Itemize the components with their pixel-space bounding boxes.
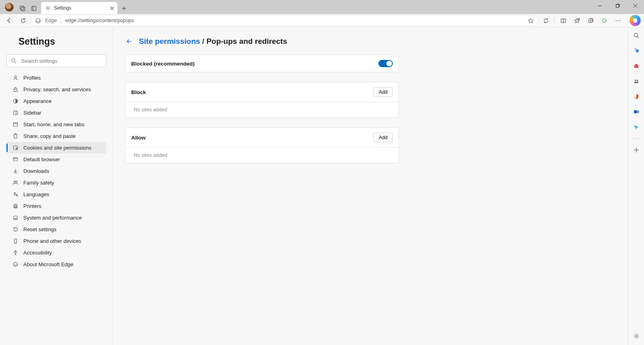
settings-search-input[interactable] — [21, 58, 102, 64]
sidebar-add-icon[interactable] — [631, 144, 642, 156]
svg-point-62 — [636, 80, 638, 81]
svg-rect-50 — [13, 216, 17, 219]
collections-icon[interactable] — [584, 15, 597, 26]
gear-icon — [45, 5, 51, 11]
edge-logo-icon — [35, 18, 41, 24]
sidebar-games-icon[interactable] — [631, 76, 642, 87]
browser-icon — [12, 156, 19, 163]
close-window-button[interactable] — [626, 0, 644, 12]
blocked-toggle[interactable] — [378, 60, 393, 67]
toolbar: Edge edge://settings/content/popups — [0, 14, 644, 27]
browser-essentials-icon[interactable] — [598, 15, 610, 26]
nav-start[interactable]: Start, home, and new tabs — [6, 119, 106, 130]
nav-share[interactable]: Share, copy and paste — [6, 130, 106, 142]
separator — [61, 17, 61, 24]
sidebar-outlook-icon[interactable] — [631, 106, 642, 117]
svg-rect-65 — [637, 111, 639, 113]
svg-rect-48 — [14, 204, 17, 205]
nav-label: Cookies and site permissions — [23, 145, 91, 151]
svg-line-28 — [15, 62, 16, 63]
svg-rect-64 — [634, 110, 637, 113]
nav-cookies[interactable]: Cookies and site permissions — [6, 142, 106, 154]
address-bar[interactable]: Edge edge://settings/content/popups — [31, 15, 538, 26]
favorites-icon[interactable] — [571, 15, 583, 26]
svg-point-46 — [15, 181, 17, 183]
svg-point-54 — [15, 251, 16, 252]
breadcrumb-parent-link[interactable]: Site permissions — [139, 37, 200, 45]
nav-label: Profiles — [23, 75, 41, 81]
more-menu-icon[interactable] — [612, 15, 624, 26]
nav-label: Privacy, search, and services — [23, 86, 91, 92]
nav-default-browser[interactable]: Default browser — [6, 154, 106, 165]
maximize-button[interactable] — [609, 0, 626, 12]
block-add-button[interactable]: Add — [374, 87, 393, 97]
nav-label: Start, home, and new tabs — [23, 121, 85, 127]
block-list-card: Block Add No sites added — [125, 82, 399, 118]
settings-search[interactable] — [6, 54, 106, 67]
browser-tab[interactable]: Settings — [41, 2, 118, 14]
nav-about[interactable]: About Microsoft Edge — [6, 259, 106, 270]
nav-downloads[interactable]: Downloads — [6, 165, 106, 177]
copilot-button[interactable] — [630, 15, 641, 26]
new-tab-button[interactable] — [118, 3, 130, 14]
svg-point-27 — [12, 59, 15, 62]
profile-avatar[interactable] — [5, 3, 14, 12]
sidebar-shopping-icon[interactable] — [631, 45, 642, 56]
nav-appearance[interactable]: Appearance — [6, 95, 106, 107]
svg-rect-63 — [634, 82, 638, 83]
settings-heading: Settings — [19, 36, 106, 47]
lock-icon — [12, 86, 19, 93]
sidebar-icon — [12, 110, 19, 116]
back-button[interactable] — [3, 15, 15, 26]
sidebar-office-icon[interactable] — [631, 91, 642, 102]
breadcrumb-row: Site permissions / Pop-ups and redirects — [125, 37, 644, 46]
minimize-button[interactable] — [591, 0, 609, 12]
workspaces-icon[interactable] — [17, 3, 28, 14]
svg-point-26 — [619, 20, 620, 21]
block-empty-text: No sites added — [126, 102, 398, 117]
svg-rect-10 — [616, 5, 619, 8]
nav-phone[interactable]: Phone and other devices — [6, 235, 106, 247]
allow-list-card: Allow Add No sites added — [125, 127, 399, 163]
breadcrumb-back-icon[interactable] — [125, 37, 133, 45]
family-icon — [12, 180, 19, 186]
sidebar-settings-icon[interactable] — [631, 331, 642, 342]
nav-languages[interactable]: Languages — [6, 189, 106, 200]
nav-sidebar[interactable]: Sidebar — [6, 107, 106, 119]
nav-privacy[interactable]: Privacy, search, and services — [6, 84, 106, 95]
nav-accessibility[interactable]: Accessibility — [6, 247, 106, 259]
split-screen-icon[interactable] — [557, 15, 569, 26]
toolbar-divider — [554, 17, 555, 24]
sidebar-drop-icon[interactable] — [631, 121, 642, 133]
close-icon[interactable] — [110, 6, 114, 10]
svg-rect-34 — [13, 123, 17, 126]
nav-label: Share, copy and paste — [23, 133, 76, 139]
nav-printers[interactable]: Printers — [6, 200, 106, 212]
settings-nav-list: Profiles Privacy, search, and services A… — [6, 72, 106, 270]
svg-point-57 — [634, 33, 638, 37]
language-icon — [12, 191, 19, 198]
svg-rect-60 — [636, 64, 637, 65]
window-controls — [591, 0, 644, 14]
block-title: Block — [131, 89, 146, 95]
address-url: edge://settings/content/popups — [65, 18, 524, 23]
extensions-sync-icon[interactable] — [540, 15, 552, 26]
sidebar-tools-icon[interactable] — [631, 60, 642, 72]
breadcrumb: Site permissions / Pop-ups and redirects — [139, 37, 287, 46]
sidebar-search-icon[interactable] — [631, 30, 642, 41]
nav-reset[interactable]: Reset settings — [6, 224, 106, 235]
svg-rect-0 — [20, 6, 24, 10]
nav-profiles[interactable]: Profiles — [6, 72, 106, 84]
allow-add-button[interactable]: Add — [374, 133, 393, 142]
nav-label: Reset settings — [23, 226, 56, 232]
tab-actions-icon[interactable] — [28, 3, 39, 14]
appearance-icon — [12, 98, 19, 105]
nav-system[interactable]: System and performance — [6, 212, 106, 224]
allow-empty-text: No sites added — [126, 148, 398, 163]
nav-family[interactable]: Family safety — [6, 177, 106, 189]
svg-marker-14 — [528, 18, 533, 23]
svg-point-25 — [617, 20, 618, 21]
favorite-star-icon[interactable] — [528, 18, 534, 24]
nav-label: Downloads — [23, 168, 49, 174]
refresh-button[interactable] — [17, 15, 29, 26]
